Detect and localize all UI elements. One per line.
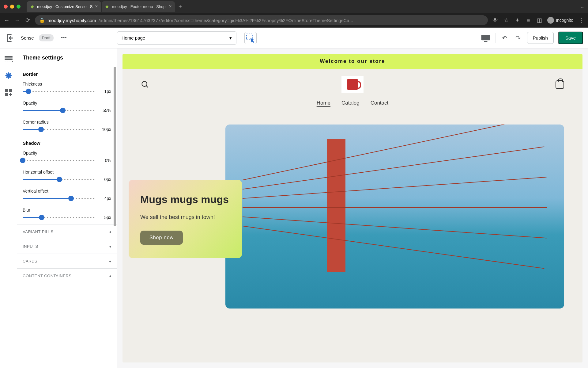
- blur-label: Blur: [23, 208, 111, 213]
- theme-preview-canvas: Welcome to our store Home Catalog Contac…: [117, 48, 588, 368]
- inputs-label: INPUTS: [23, 244, 38, 249]
- left-icon-rail: [0, 48, 17, 368]
- sidebar-scrollbar[interactable]: [114, 67, 116, 226]
- svg-point-9: [142, 82, 147, 86]
- cart-button[interactable]: [556, 80, 564, 89]
- page-selector-dropdown[interactable]: Home page ▾: [117, 31, 236, 45]
- chevron-down-icon: ▾: [229, 35, 232, 41]
- sidebar-title: Theme settings: [17, 48, 117, 67]
- variant-pills-label: VARIANT PILLS: [23, 229, 54, 234]
- store-header: [123, 69, 582, 96]
- tab-close-icon[interactable]: ×: [95, 4, 98, 9]
- cards-accordion[interactable]: CARDS ◂: [17, 254, 117, 268]
- hero-section[interactable]: Mugs mugs mugs We sell the best mugs in …: [141, 125, 564, 309]
- undo-button[interactable]: ↶: [500, 33, 509, 43]
- vertical-offset-label: Vertical offset: [23, 189, 111, 194]
- window-close-button[interactable]: [4, 5, 8, 9]
- page-selector-value: Home page: [122, 35, 145, 40]
- shadow-section-label: Shadow: [17, 136, 117, 148]
- tab-close-icon[interactable]: ×: [169, 4, 172, 9]
- window-controls: [4, 5, 21, 9]
- inspector-tool-button[interactable]: [244, 32, 257, 44]
- blur-value: 5px: [99, 215, 111, 220]
- corner-radius-slider[interactable]: [23, 129, 96, 130]
- thickness-control: Thickness 1px: [17, 79, 117, 98]
- nav-contact[interactable]: Contact: [371, 100, 389, 106]
- horizontal-offset-value: 0px: [99, 177, 111, 182]
- opacity-value: 55%: [99, 108, 111, 113]
- search-icon: [141, 80, 149, 89]
- side-panel-icon[interactable]: ◫: [536, 17, 542, 24]
- browser-tab-1[interactable]: ◆ moodjoy · Customize Sense · S ×: [27, 1, 101, 12]
- svg-rect-6: [5, 89, 8, 92]
- hero-subtitle: We sell the best mugs in town!: [140, 213, 230, 221]
- vertical-offset-control: Vertical offset 4px: [17, 186, 117, 205]
- inputs-accordion[interactable]: INPUTS ◂: [17, 239, 117, 254]
- store-logo[interactable]: [341, 76, 364, 93]
- opacity-slider[interactable]: [23, 110, 96, 111]
- browser-tabs: ◆ moodjoy · Customize Sense · S × ◆ mood…: [27, 1, 578, 12]
- variant-pills-accordion[interactable]: VARIANT PILLS ◂: [17, 224, 117, 239]
- exit-editor-button[interactable]: [5, 33, 16, 44]
- shadow-opacity-label: Opacity: [23, 151, 111, 155]
- horizontal-offset-control: Horizontal offset 0px: [17, 167, 117, 186]
- content-containers-label: CONTENT CONTAINERS: [23, 274, 71, 278]
- incognito-icon: [547, 17, 554, 24]
- sections-rail-icon[interactable]: [4, 55, 13, 64]
- blur-slider[interactable]: [23, 217, 96, 218]
- browser-tab-strip: ◆ moodjoy · Customize Sense · S × ◆ mood…: [0, 0, 588, 13]
- forward-button[interactable]: →: [14, 17, 20, 24]
- editor-main: Theme settings Border Thickness 1px Opac…: [0, 48, 588, 368]
- horizontal-offset-label: Horizontal offset: [23, 170, 111, 174]
- new-tab-button[interactable]: +: [175, 3, 185, 10]
- save-button[interactable]: Save: [558, 32, 583, 44]
- corner-radius-control: Corner radius 10px: [17, 117, 117, 136]
- exit-icon: [5, 33, 16, 44]
- app-embeds-rail-icon[interactable]: [4, 88, 13, 98]
- back-button[interactable]: ←: [4, 17, 10, 24]
- corner-radius-label: Corner radius: [23, 120, 111, 125]
- reading-list-icon[interactable]: ≡: [525, 17, 531, 24]
- nav-catalog[interactable]: Catalog: [341, 100, 360, 106]
- blur-control: Blur 5px: [17, 205, 117, 224]
- thickness-slider[interactable]: [23, 91, 96, 92]
- window-maximize-button[interactable]: [17, 5, 21, 9]
- browser-menu-icon[interactable]: ⋮: [578, 17, 584, 24]
- horizontal-offset-slider[interactable]: [23, 179, 96, 180]
- chevron-left-icon: ◂: [109, 244, 111, 249]
- svg-rect-7: [9, 89, 12, 92]
- shadow-opacity-slider[interactable]: [23, 160, 96, 161]
- svg-rect-1: [481, 35, 490, 40]
- nav-home[interactable]: Home: [317, 100, 330, 106]
- incognito-label: Incognito: [556, 18, 573, 23]
- eye-off-icon[interactable]: 👁: [492, 17, 498, 24]
- bookmark-icon[interactable]: ☆: [503, 17, 509, 24]
- tabs-overflow-icon[interactable]: ⌄: [580, 4, 584, 10]
- window-minimize-button[interactable]: [10, 5, 14, 9]
- tab-title: moodjoy · Footer menu · Shopi: [112, 4, 167, 9]
- desktop-preview-button[interactable]: [480, 33, 491, 44]
- hero-image: [225, 125, 564, 309]
- search-button[interactable]: [141, 80, 149, 89]
- lock-icon: 🔒: [39, 17, 45, 23]
- announcement-bar[interactable]: Welcome to our store: [123, 54, 582, 69]
- theme-settings-rail-icon[interactable]: [4, 71, 13, 81]
- shop-now-button[interactable]: Shop now: [140, 231, 183, 245]
- address-bar[interactable]: 🔒 moodjoy.myshopify.com/admin/themes/136…: [35, 15, 488, 25]
- shadow-opacity-value: 0%: [99, 158, 111, 163]
- content-containers-accordion[interactable]: CONTENT CONTAINERS ◂: [17, 268, 117, 283]
- inspector-icon: [245, 32, 256, 44]
- more-actions-button[interactable]: •••: [58, 35, 69, 41]
- reload-button[interactable]: ⟳: [24, 17, 31, 24]
- vertical-offset-slider[interactable]: [23, 198, 96, 199]
- opacity-label: Opacity: [23, 101, 111, 105]
- publish-button[interactable]: Publish: [527, 32, 554, 44]
- hero-text-card: Mugs mugs mugs We sell the best mugs in …: [129, 180, 242, 258]
- mug-icon: [347, 79, 358, 90]
- redo-button[interactable]: ↷: [514, 33, 523, 43]
- extensions-icon[interactable]: ✦: [514, 17, 520, 24]
- svg-rect-5: [5, 61, 13, 62]
- browser-tab-2[interactable]: ◆ moodjoy · Footer menu · Shopi ×: [102, 1, 175, 12]
- settings-sidebar: Theme settings Border Thickness 1px Opac…: [17, 48, 117, 368]
- shopify-favicon-icon: ◆: [105, 4, 110, 9]
